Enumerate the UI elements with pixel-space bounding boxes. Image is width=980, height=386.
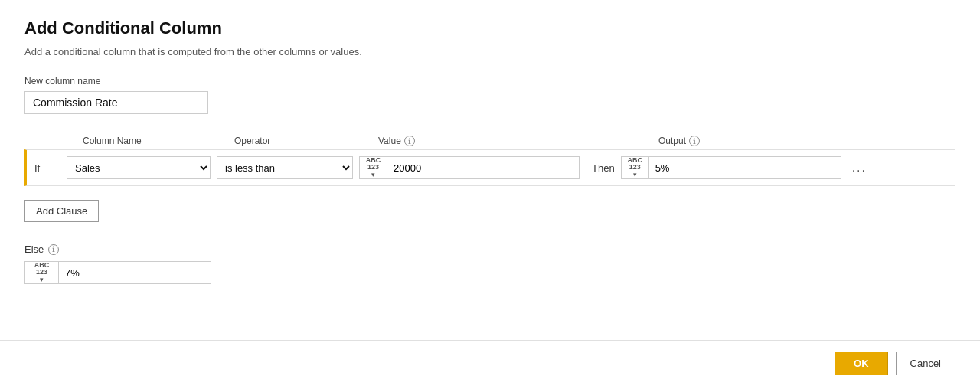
else-info-icon: ℹ — [48, 244, 59, 255]
then-label: Then — [586, 162, 621, 174]
value-type-badge[interactable]: ABC 123 ▾ — [360, 157, 387, 178]
output-type-badge[interactable]: ABC 123 ▾ — [622, 157, 649, 178]
value-header: Value ℹ — [378, 136, 600, 146]
add-clause-button[interactable]: Add Clause — [24, 200, 99, 222]
condition-row: If Sales Revenue Profit equals does not … — [24, 149, 956, 186]
value-info-icon: ℹ — [404, 136, 415, 146]
column-name-select[interactable]: Sales Revenue Profit — [67, 157, 210, 178]
cancel-button[interactable]: Cancel — [896, 352, 956, 375]
else-section: Else ℹ ABC 123 ▾ — [24, 244, 956, 284]
if-label: If — [34, 162, 67, 174]
else-type-badge[interactable]: ABC 123 ▾ — [24, 261, 58, 284]
dialog-subtitle: Add a conditional column that is compute… — [24, 46, 956, 57]
new-column-input[interactable] — [24, 91, 208, 114]
output-info-icon: ℹ — [689, 136, 700, 146]
else-label: Else ℹ — [24, 244, 956, 255]
operator-header: Operator — [234, 136, 372, 146]
value-input[interactable] — [387, 157, 579, 178]
dialog-title: Add Conditional Column — [24, 18, 956, 38]
more-options-button[interactable]: ... — [848, 159, 871, 176]
new-column-label: New column name — [24, 76, 956, 87]
output-header: Output ℹ — [658, 136, 880, 146]
output-input[interactable] — [649, 157, 841, 178]
column-name-header: Column Name — [83, 136, 228, 146]
operator-select[interactable]: equals does not equal is greater than is… — [217, 157, 352, 178]
footer: OK Cancel — [0, 340, 980, 386]
else-input-row: ABC 123 ▾ — [24, 261, 956, 284]
else-value-input[interactable] — [58, 261, 211, 284]
ok-button[interactable]: OK — [835, 352, 888, 375]
